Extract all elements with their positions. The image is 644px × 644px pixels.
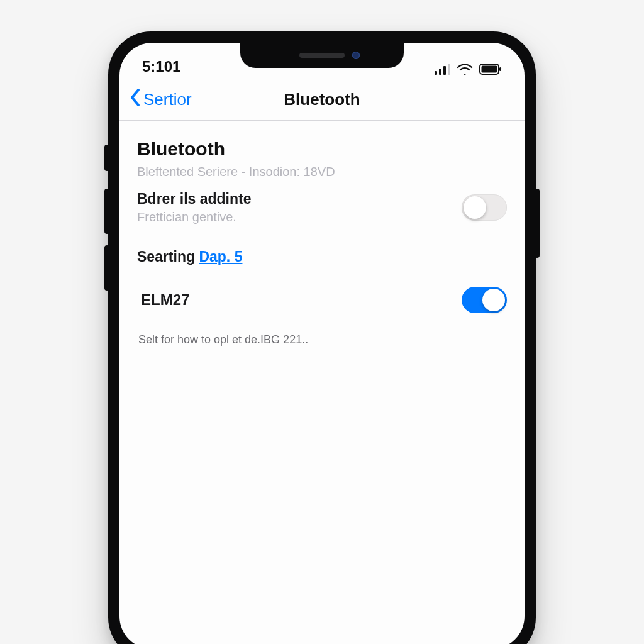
device-name: ELM27 [141,291,189,309]
device-toggle[interactable] [462,287,507,313]
volume-down-button [104,245,109,291]
battery-icon [479,64,502,75]
bluetooth-toggle-row: Bdrer ils addinte Frettician gentive. [137,186,507,230]
back-button[interactable]: Sertior [130,88,192,111]
content-area: Bluetooth Bleftented Seriere - Insodion:… [119,121,525,347]
notch [240,43,404,68]
mute-switch [104,145,109,171]
status-time: 5:101 [142,58,180,75]
section-heading: Bluetooth [137,138,507,160]
searching-link[interactable]: Dap. 5 [199,248,242,265]
section-subheading: Bleftented Seriere - Insodion: 18VD [137,165,507,179]
device-row[interactable]: ELM27 [137,278,507,322]
cellular-signal-icon [435,64,450,75]
searching-prefix: Searting [137,248,199,265]
bluetooth-toggle[interactable] [462,194,507,221]
svg-rect-2 [499,67,501,71]
chevron-left-icon [130,88,141,111]
toggle-sublabel: Frettician gentive. [137,210,251,225]
toggle-knob [464,196,486,219]
nav-bar: Sertior Bluetooth [119,79,525,121]
phone-frame: 5:101 [108,31,536,644]
toggle-label: Bdrer ils addinte [137,191,251,208]
back-label: Sertior [143,90,192,109]
svg-rect-1 [482,66,497,73]
front-camera [352,52,360,59]
page-title: Bluetooth [284,90,360,109]
footer-note: Selt for how to opl et de.IBG 221.. [137,333,507,347]
toggle-knob [482,289,505,311]
searching-line: Searting Dap. 5 [137,248,507,265]
speaker-grille [299,53,345,58]
power-button [535,189,540,258]
screen: 5:101 [119,43,525,644]
volume-up-button [104,189,109,234]
wifi-icon [457,63,473,75]
